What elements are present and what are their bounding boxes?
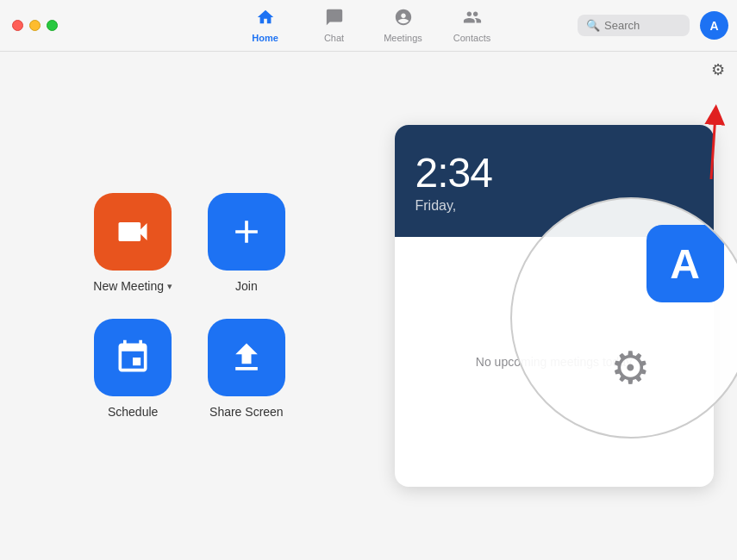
magnifier-overlay: A ⚙	[510, 197, 738, 439]
maximize-button[interactable]	[47, 20, 58, 31]
search-icon: 🔍	[586, 19, 600, 32]
contacts-icon	[463, 8, 482, 31]
left-panel: New Meeting ▾ Join	[0, 52, 379, 560]
titlebar: Home Chat Meetings	[0, 0, 737, 52]
tab-chat[interactable]: Chat	[300, 2, 369, 50]
search-bar: 🔍	[578, 15, 690, 36]
join-action[interactable]: Join	[207, 193, 286, 293]
video-icon	[114, 213, 152, 251]
calendar-icon	[114, 339, 152, 376]
new-meeting-action[interactable]: New Meeting ▾	[93, 193, 172, 293]
action-grid: New Meeting ▾ Join	[93, 193, 285, 419]
avatar-initial: A	[709, 19, 718, 33]
new-meeting-label-row: New Meeting ▾	[93, 279, 172, 293]
meetings-icon	[394, 8, 413, 31]
date-display: Friday,	[415, 198, 457, 214]
home-icon	[256, 8, 275, 31]
new-meeting-icon-bg	[94, 193, 172, 271]
share-screen-label-row: Share Screen	[209, 405, 284, 419]
join-label: Join	[235, 279, 258, 293]
share-screen-icon-bg	[208, 319, 285, 396]
share-screen-label: Share Screen	[209, 405, 284, 419]
close-button[interactable]	[12, 20, 23, 31]
tab-contacts[interactable]: Contacts	[438, 2, 507, 50]
gear-icon: ⚙	[711, 61, 725, 78]
minimize-button[interactable]	[29, 20, 41, 31]
tab-meetings-label: Meetings	[384, 33, 422, 43]
right-panel: ⚙ 2:34 Friday, No upcoming meetings toda…	[379, 52, 737, 560]
chat-icon	[325, 8, 344, 31]
magnifier-content: A ⚙	[512, 199, 738, 437]
avatar-button[interactable]: A	[700, 11, 728, 40]
schedule-icon-bg	[94, 319, 172, 396]
tab-meetings[interactable]: Meetings	[369, 2, 438, 50]
magnifier-gear-icon: ⚙	[610, 342, 651, 394]
schedule-label: Schedule	[108, 405, 158, 419]
tab-chat-label: Chat	[324, 33, 344, 43]
join-icon-bg	[208, 193, 285, 271]
time-display: 2:34	[415, 149, 492, 196]
chevron-down-icon: ▾	[167, 281, 172, 292]
schedule-label-row: Schedule	[108, 405, 158, 419]
magnifier-avatar: A	[646, 225, 724, 302]
main-content: New Meeting ▾ Join	[0, 52, 737, 560]
traffic-lights	[0, 20, 58, 31]
plus-icon	[228, 213, 265, 251]
upload-icon	[228, 339, 265, 376]
new-meeting-label: New Meeting	[93, 279, 164, 293]
share-screen-action[interactable]: Share Screen	[207, 319, 286, 419]
tab-home-label: Home	[252, 33, 278, 43]
schedule-action[interactable]: Schedule	[93, 319, 172, 419]
search-input[interactable]	[604, 19, 678, 32]
gear-button[interactable]: ⚙	[711, 60, 725, 79]
join-label-row: Join	[235, 279, 258, 293]
tab-contacts-label: Contacts	[453, 33, 490, 43]
tab-home[interactable]: Home	[231, 2, 300, 50]
